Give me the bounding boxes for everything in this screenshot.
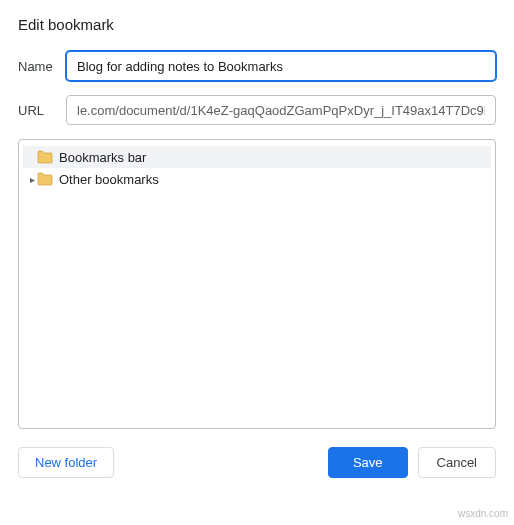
tree-expander-icon[interactable]: ▸ — [27, 174, 37, 185]
button-row: New folder Save Cancel — [18, 447, 496, 478]
right-buttons: Save Cancel — [328, 447, 496, 478]
new-folder-button[interactable]: New folder — [18, 447, 114, 478]
folder-icon — [37, 172, 53, 186]
name-label: Name — [18, 59, 66, 74]
name-input[interactable] — [66, 51, 496, 81]
folder-icon — [37, 150, 53, 164]
name-row: Name — [18, 51, 496, 81]
tree-item-bookmarks-bar[interactable]: Bookmarks bar — [23, 146, 491, 168]
folder-tree[interactable]: Bookmarks bar ▸ Other bookmarks — [18, 139, 496, 429]
tree-item-label: Bookmarks bar — [59, 150, 146, 165]
dialog-title: Edit bookmark — [18, 16, 496, 33]
tree-item-other-bookmarks[interactable]: ▸ Other bookmarks — [23, 168, 491, 190]
save-button[interactable]: Save — [328, 447, 408, 478]
watermark: wsxdn.com — [458, 508, 508, 519]
url-row: URL — [18, 95, 496, 125]
tree-item-label: Other bookmarks — [59, 172, 159, 187]
url-label: URL — [18, 103, 66, 118]
url-input[interactable] — [66, 95, 496, 125]
cancel-button[interactable]: Cancel — [418, 447, 496, 478]
